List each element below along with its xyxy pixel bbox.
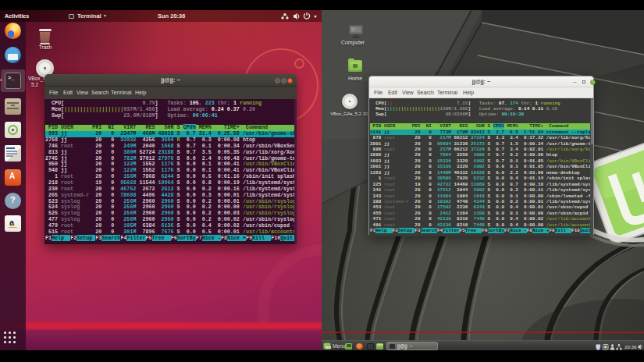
svg-text:20:36: 20:36 (624, 344, 637, 350)
